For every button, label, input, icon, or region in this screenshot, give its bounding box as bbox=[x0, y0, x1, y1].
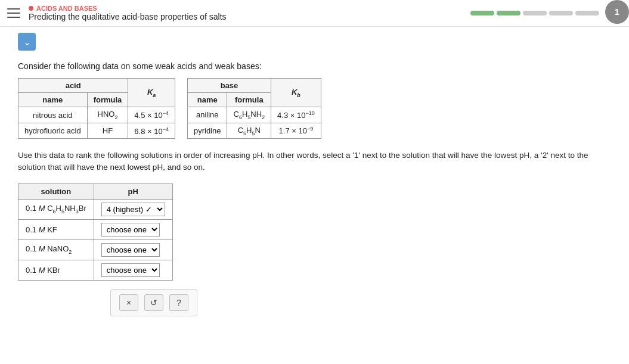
header: ACIDS AND BASES Predicting the qualitati… bbox=[0, 0, 629, 27]
solution-4: 0.1 M KBr bbox=[18, 260, 94, 280]
progress-seg-3 bbox=[523, 11, 547, 15]
clear-button[interactable]: × bbox=[119, 294, 138, 311]
help-button[interactable]: ? bbox=[169, 294, 188, 311]
acid-name-1: nitrous acid bbox=[18, 107, 88, 123]
answer-col1-header: solution bbox=[18, 183, 94, 199]
expand-button[interactable]: ⌄ bbox=[18, 33, 36, 51]
ka-header: Ka bbox=[128, 79, 175, 107]
header-title-block: ACIDS AND BASES Predicting the qualitati… bbox=[29, 5, 227, 21]
ph-select-2[interactable]: choose one 1 (lowest) 2 3 4 (highest) bbox=[101, 223, 160, 237]
acid-table: acid Ka name formula nitrous acid HNO2 4… bbox=[18, 78, 175, 139]
ph-select-4-cell: choose one 1 (lowest) 2 3 4 (highest) bbox=[94, 260, 172, 280]
ph-select-2-cell: choose one 1 (lowest) 2 3 4 (highest) bbox=[94, 219, 172, 239]
progress-seg-2 bbox=[497, 11, 520, 15]
base-kb-2: 1.7 × 10−9 bbox=[271, 123, 321, 139]
base-name-1: aniline bbox=[187, 107, 227, 123]
acid-name-header: name bbox=[18, 93, 88, 107]
base-row-1: aniline C6H5NH2 4.3 × 10−10 bbox=[187, 107, 321, 123]
acid-row-1: nitrous acid HNO2 4.5 × 10−4 bbox=[18, 107, 175, 123]
answer-col2-header: pH bbox=[94, 183, 172, 199]
solution-3: 0.1 M NaNO2 bbox=[18, 239, 94, 260]
consider-text: Consider the following data on some weak… bbox=[18, 61, 611, 71]
hamburger-icon[interactable] bbox=[7, 8, 20, 18]
progress-seg-5 bbox=[575, 11, 599, 15]
acid-row-2: hydrofluoric acid HF 6.8 × 10−4 bbox=[18, 123, 175, 139]
progress-bar bbox=[470, 11, 599, 15]
acid-ka-2: 6.8 × 10−4 bbox=[128, 123, 175, 139]
acid-formula-header: formula bbox=[87, 93, 128, 107]
ph-select-1[interactable]: 4 (highest) ✓ 1 (lowest) 2 3 bbox=[101, 203, 165, 216]
ph-select-4[interactable]: choose one 1 (lowest) 2 3 4 (highest) bbox=[101, 263, 160, 277]
acid-formula-1: HNO2 bbox=[87, 107, 128, 123]
header-topic: ACIDS AND BASES bbox=[29, 5, 227, 12]
base-table: base Kb name formula aniline C6H5NH2 4.3… bbox=[187, 78, 321, 139]
progress-seg-1 bbox=[470, 11, 494, 15]
acid-formula-2: HF bbox=[87, 123, 128, 139]
table-row: 0.1 M KBr choose one 1 (lowest) 2 3 4 (h… bbox=[18, 260, 173, 280]
base-formula-header: formula bbox=[227, 93, 271, 107]
acid-name-2: hydrofluoric acid bbox=[18, 123, 88, 139]
instructions-text: Use this data to rank the following solu… bbox=[18, 150, 611, 174]
ph-select-1-cell: 4 (highest) ✓ 1 (lowest) 2 3 bbox=[94, 199, 172, 219]
reset-button[interactable]: ↺ bbox=[144, 294, 163, 311]
table-row: 0.1 M C6H5NH3Br 4 (highest) ✓ 1 (lowest)… bbox=[18, 199, 173, 219]
acid-main-header: acid bbox=[18, 79, 128, 93]
base-row-2: pyridine C5H5N 1.7 × 10−9 bbox=[187, 123, 321, 139]
main-content: Consider the following data on some weak… bbox=[0, 57, 629, 328]
ph-select-3[interactable]: choose one 1 (lowest) 2 3 4 (highest) bbox=[101, 243, 160, 257]
base-formula-1: C6H5NH2 bbox=[227, 107, 271, 123]
base-name-header: name bbox=[187, 93, 227, 107]
base-main-header: base bbox=[187, 79, 271, 93]
avatar: 1 bbox=[605, 0, 629, 24]
progress-seg-4 bbox=[549, 11, 573, 15]
data-tables: acid Ka name formula nitrous acid HNO2 4… bbox=[18, 78, 611, 139]
answer-table: solution pH 0.1 M C6H5NH3Br 4 (highest) … bbox=[18, 183, 173, 281]
action-buttons-container: × ↺ ? bbox=[110, 289, 197, 316]
ph-select-3-cell: choose one 1 (lowest) 2 3 4 (highest) bbox=[94, 239, 172, 260]
base-kb-1: 4.3 × 10−10 bbox=[271, 107, 321, 123]
header-title: Predicting the qualitative acid-base pro… bbox=[29, 12, 227, 21]
base-formula-2: C5H5N bbox=[227, 123, 271, 139]
table-row: 0.1 M NaNO2 choose one 1 (lowest) 2 3 4 … bbox=[18, 239, 173, 260]
acid-ka-1: 4.5 × 10−4 bbox=[128, 107, 175, 123]
solution-2: 0.1 M KF bbox=[18, 219, 94, 239]
solution-1: 0.1 M C6H5NH3Br bbox=[18, 199, 94, 219]
table-row: 0.1 M KF choose one 1 (lowest) 2 3 4 (hi… bbox=[18, 219, 173, 239]
base-name-2: pyridine bbox=[187, 123, 227, 139]
kb-header: Kb bbox=[271, 79, 321, 107]
